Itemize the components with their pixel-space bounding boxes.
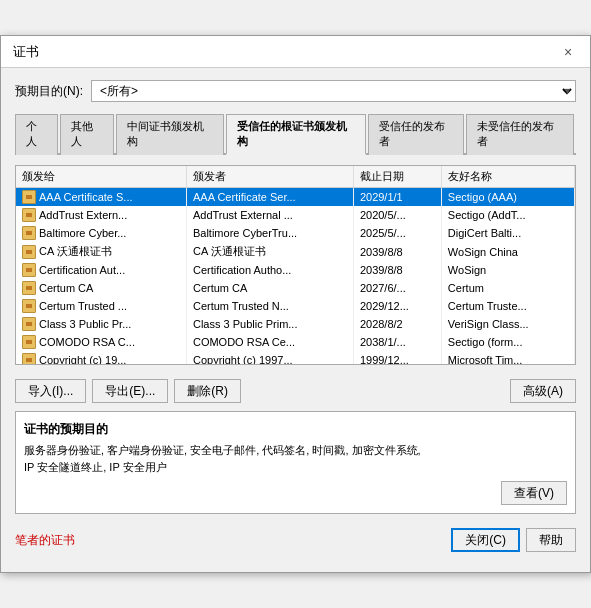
table-row[interactable]: CA 沃通根证书CA 沃通根证书2039/8/8WoSign China <box>16 242 575 261</box>
purpose-select-wrap: <所有> <box>91 80 576 102</box>
tab-trusted-root[interactable]: 受信任的根证书颁发机构 <box>226 114 366 155</box>
cert-table: 颁发给 颁发者 截止日期 友好名称 AAA Certificate S...AA… <box>16 166 575 365</box>
cell-expiry: 2029/12... <box>353 297 441 315</box>
cell-issued-by: Certification Autho... <box>186 261 353 279</box>
cell-issued-by: Certum Trusted N... <box>186 297 353 315</box>
cell-expiry: 2025/5/... <box>353 224 441 242</box>
dialog-title: 证书 <box>13 43 39 61</box>
info-title: 证书的预期目的 <box>24 420 567 438</box>
cert-icon <box>22 245 36 259</box>
col-friendly[interactable]: 友好名称 <box>441 166 574 188</box>
table-row[interactable]: Copyright (c) 19...Copyright (c) 1997...… <box>16 351 575 365</box>
cell-issued-by: Class 3 Public Prim... <box>186 315 353 333</box>
cell-expiry: 2027/6/... <box>353 279 441 297</box>
col-expiry[interactable]: 截止日期 <box>353 166 441 188</box>
cell-issued-to: Copyright (c) 19... <box>16 351 186 365</box>
cell-friendly: Sectigo (AAA) <box>441 188 574 207</box>
cert-table-container[interactable]: 颁发给 颁发者 截止日期 友好名称 AAA Certificate S...AA… <box>15 165 576 365</box>
advanced-button[interactable]: 高级(A) <box>510 379 576 403</box>
info-actions: 查看(V) <box>24 481 567 505</box>
table-row[interactable]: COMODO RSA C...COMODO RSA Ce...2038/1/..… <box>16 333 575 351</box>
cell-friendly: DigiCert Balti... <box>441 224 574 242</box>
cell-expiry: 2028/8/2 <box>353 315 441 333</box>
cell-issued-by: COMODO RSA Ce... <box>186 333 353 351</box>
cell-issued-by: Copyright (c) 1997... <box>186 351 353 365</box>
table-row[interactable]: Certification Aut...Certification Autho.… <box>16 261 575 279</box>
cell-issued-to: Baltimore Cyber... <box>16 224 186 242</box>
cell-issued-to: COMODO RSA C... <box>16 333 186 351</box>
tab-personal[interactable]: 个人 <box>15 114 58 155</box>
close-icon[interactable]: × <box>558 42 578 62</box>
cell-friendly: WoSign China <box>441 242 574 261</box>
table-row[interactable]: AddTrust Extern...AddTrust External ...2… <box>16 206 575 224</box>
cert-icon <box>22 353 36 365</box>
tab-others[interactable]: 其他人 <box>60 114 114 155</box>
cell-issued-to: Class 3 Public Pr... <box>16 315 186 333</box>
cell-issued-to: CA 沃通根证书 <box>16 242 186 261</box>
cert-icon <box>22 226 36 240</box>
cell-expiry: 2029/1/1 <box>353 188 441 207</box>
table-row[interactable]: Class 3 Public Pr...Class 3 Public Prim.… <box>16 315 575 333</box>
cell-friendly: Sectigo (form... <box>441 333 574 351</box>
import-button[interactable]: 导入(I)... <box>15 379 86 403</box>
cert-icon <box>22 190 36 204</box>
cell-expiry: 2038/1/... <box>353 333 441 351</box>
cell-issued-by: Certum CA <box>186 279 353 297</box>
purpose-label: 预期目的(N): <box>15 83 83 100</box>
cell-issued-to: Certum Trusted ... <box>16 297 186 315</box>
purpose-select[interactable]: <所有> <box>91 80 576 102</box>
tab-untrusted-publishers[interactable]: 未受信任的发布者 <box>466 114 574 155</box>
table-row[interactable]: AAA Certificate S...AAA Certificate Ser.… <box>16 188 575 207</box>
cell-friendly: Certum Truste... <box>441 297 574 315</box>
cert-icon <box>22 299 36 313</box>
cert-icon <box>22 263 36 277</box>
certificate-dialog: 证书 × 预期目的(N): <所有> 个人 其他人 中间证书颁发机构 <box>0 35 591 573</box>
view-button[interactable]: 查看(V) <box>501 481 567 505</box>
cell-issued-to: Certum CA <box>16 279 186 297</box>
cell-expiry: 2039/8/8 <box>353 261 441 279</box>
table-row[interactable]: Certum CACertum CA2027/6/...Certum <box>16 279 575 297</box>
table-row[interactable]: Baltimore Cyber...Baltimore CyberTru...2… <box>16 224 575 242</box>
cell-issued-to: AAA Certificate S... <box>16 188 186 207</box>
bottom-row: 笔者的证书 关闭(C) 帮助 <box>15 528 576 560</box>
dialog-close-button[interactable]: 关闭(C) <box>451 528 520 552</box>
action-buttons-row: 导入(I)... 导出(E)... 删除(R) 高级(A) <box>15 379 576 403</box>
col-issued-to[interactable]: 颁发给 <box>16 166 186 188</box>
table-row[interactable]: Certum Trusted ...Certum Trusted N...202… <box>16 297 575 315</box>
title-bar: 证书 × <box>1 36 590 68</box>
cell-friendly: Certum <box>441 279 574 297</box>
cell-issued-by: CA 沃通根证书 <box>186 242 353 261</box>
cert-link[interactable]: 笔者的证书 <box>15 532 75 549</box>
delete-button[interactable]: 删除(R) <box>174 379 241 403</box>
info-content: 服务器身份验证, 客户端身份验证, 安全电子邮件, 代码签名, 时间戳, 加密文… <box>24 442 567 475</box>
tab-trusted-publishers[interactable]: 受信任的发布者 <box>368 114 465 155</box>
cell-issued-to: AddTrust Extern... <box>16 206 186 224</box>
col-issued-by[interactable]: 颁发者 <box>186 166 353 188</box>
cell-issued-by: AddTrust External ... <box>186 206 353 224</box>
tab-intermediate[interactable]: 中间证书颁发机构 <box>116 114 224 155</box>
cell-issued-to: Certification Aut... <box>16 261 186 279</box>
cell-expiry: 2020/5/... <box>353 206 441 224</box>
cell-friendly: WoSign <box>441 261 574 279</box>
cell-friendly: Sectigo (AddT... <box>441 206 574 224</box>
purpose-row: 预期目的(N): <所有> <box>15 80 576 102</box>
cell-expiry: 2039/8/8 <box>353 242 441 261</box>
help-button[interactable]: 帮助 <box>526 528 576 552</box>
cert-icon <box>22 208 36 222</box>
cell-issued-by: Baltimore CyberTru... <box>186 224 353 242</box>
info-section: 证书的预期目的 服务器身份验证, 客户端身份验证, 安全电子邮件, 代码签名, … <box>15 411 576 514</box>
cell-issued-by: AAA Certificate Ser... <box>186 188 353 207</box>
cert-icon <box>22 335 36 349</box>
cell-friendly: Microsoft Tim... <box>441 351 574 365</box>
export-button[interactable]: 导出(E)... <box>92 379 168 403</box>
cert-icon <box>22 317 36 331</box>
cell-friendly: VeriSign Class... <box>441 315 574 333</box>
bottom-buttons: 关闭(C) 帮助 <box>451 528 576 552</box>
cell-expiry: 1999/12... <box>353 351 441 365</box>
dialog-body: 预期目的(N): <所有> 个人 其他人 中间证书颁发机构 受信任的根证书颁发机… <box>1 68 590 572</box>
cert-icon <box>22 281 36 295</box>
tabs-row: 个人 其他人 中间证书颁发机构 受信任的根证书颁发机构 受信任的发布者 未受信任… <box>15 114 576 155</box>
